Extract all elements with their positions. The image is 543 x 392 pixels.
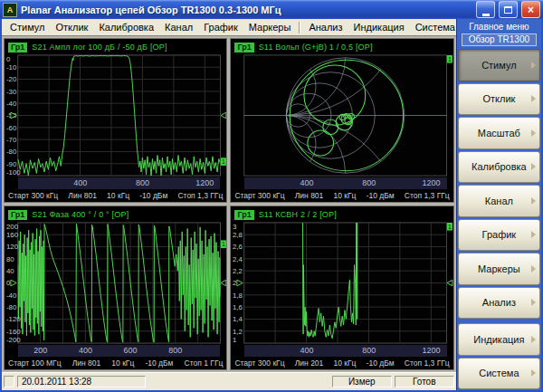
chart-s21-phase[interactable]: Гр1S21 Фаза 400 ° / 0 ° [ОР]200160120804… — [4, 206, 227, 370]
footer-item: Лин 801 — [72, 359, 101, 368]
status-bar: 20.01.2011 13:28 Измер Готов — [2, 372, 456, 390]
chart-header: Гр1S21 Фаза 400 ° / 0 ° [ОР] — [5, 206, 226, 221]
svg-text:-40: -40 — [6, 292, 16, 300]
svg-text:0: 0 — [6, 279, 10, 287]
stimulus-footer: Старт 300 кГцЛин 80110 кГц-10 дБмСтоп 1,… — [5, 189, 226, 202]
softkey-label: Маркеры — [478, 263, 520, 274]
softkey-калибровка[interactable]: Калибровка — [458, 151, 540, 184]
softkey-label: Индикация — [473, 334, 524, 345]
softkey-маркеры[interactable]: Маркеры — [458, 253, 540, 285]
trace-badge: Гр1 — [234, 210, 253, 220]
x-tick-label: 400 — [300, 178, 314, 187]
trace-badge: Гр1 — [8, 43, 27, 53]
x-tick-label: 800 — [168, 346, 182, 355]
svg-text:1: 1 — [233, 336, 236, 344]
chart-grid: Гр1S21 Ампл лог 100 дБ / -50 дБ [ОР]0-10… — [2, 35, 456, 372]
chart-s11-smith[interactable]: Гр1S11 Вольп (G+jB) 1 / 0,5 [ОР]14008001… — [230, 38, 453, 203]
footer-item: -10 дБм — [367, 359, 395, 368]
svg-text:3: 3 — [233, 223, 236, 231]
softkey-канал[interactable]: Канал — [458, 185, 540, 217]
menu-item-отклик[interactable]: Отклик — [51, 21, 94, 33]
footer-item: 10 кГц — [107, 191, 129, 200]
svg-text:2,8: 2,8 — [233, 231, 243, 239]
x-tick-label: 1200 — [423, 346, 441, 355]
chevron-right-icon — [531, 95, 536, 102]
chevron-right-icon — [531, 369, 536, 377]
app-window: A Planar Анализатор цепей Обзор TR1300 0… — [0, 0, 543, 392]
ref-arrow-right — [447, 280, 452, 286]
svg-text:-80: -80 — [6, 303, 16, 311]
chart-title: S11 Вольп (G+jB) 1 / 0,5 [ОР] — [259, 43, 373, 52]
stimulus-footer: Старт 300 кГцЛин 80110 кГц-10 дБмСтоп 1,… — [231, 189, 452, 202]
softkey-sidebar: Главное меню Обзор TR1300 СтимулОткликМа… — [456, 19, 541, 390]
svg-text:-70: -70 — [6, 136, 16, 144]
ref-arrow-left — [11, 280, 16, 286]
svg-text:0: 0 — [6, 55, 10, 63]
close-icon: × — [528, 4, 534, 16]
trace-marker-1: 1 — [447, 223, 452, 231]
menu-item-калибровка[interactable]: Калибровка — [93, 21, 159, 33]
svg-text:-90: -90 — [6, 160, 16, 168]
softkey-label: Калибровка — [472, 161, 527, 172]
menu-item-индикация[interactable]: Индикация — [348, 21, 410, 33]
svg-text:2,2: 2,2 — [233, 267, 243, 275]
menu-item-маркеры[interactable]: Маркеры — [243, 21, 297, 33]
menu-item-анализ[interactable]: Анализ — [303, 21, 348, 33]
app-icon: A — [3, 3, 17, 17]
footer-item: Лин 201 — [295, 359, 324, 368]
x-tick-label: 800 — [136, 178, 149, 187]
softkey-масштаб[interactable]: Масштаб — [458, 117, 540, 149]
svg-text:-100: -100 — [6, 168, 21, 177]
plot-area: 1 — [231, 53, 452, 177]
svg-text:120: 120 — [6, 244, 18, 252]
ref-arrow-right — [221, 112, 226, 119]
svg-text:1,4: 1,4 — [233, 315, 243, 323]
menu-item-стимул[interactable]: Стимул — [5, 21, 51, 33]
softkey-стимул[interactable]: Стимул — [458, 49, 540, 81]
svg-text:-20: -20 — [6, 76, 16, 84]
chart-title: S11 КСВН 2 / 2 [ОР] — [259, 210, 337, 219]
svg-text:80: 80 — [6, 255, 14, 263]
x-tick-label: 400 — [79, 346, 92, 355]
x-tick-label: 400 — [73, 178, 87, 187]
footer-item: Старт 300 кГц — [234, 359, 284, 368]
menu-item-система[interactable]: Система — [410, 21, 461, 33]
chart-title: S21 Ампл лог 100 дБ / -50 дБ [ОР] — [32, 43, 167, 52]
footer-item: 10 кГц — [111, 359, 134, 368]
menu-item-канал[interactable]: Канал — [159, 21, 198, 33]
maximize-icon — [504, 6, 512, 14]
stimulus-footer: Старт 100 МГцЛин 80110 кГц-10 дБмСтоп 1 … — [5, 357, 226, 369]
minimize-button[interactable] — [476, 1, 495, 18]
chart-s11-swr[interactable]: Гр1S11 КСВН 2 / 2 [ОР]32,82,62,42,221,81… — [230, 206, 453, 370]
softkey-отклик[interactable]: Отклик — [458, 83, 540, 116]
maximize-button[interactable] — [499, 1, 518, 18]
plot-area: 32,82,62,42,221,81,61,41,211 — [231, 221, 452, 345]
menu-item-график[interactable]: График — [198, 21, 243, 33]
softkey-система[interactable]: Система — [458, 358, 540, 390]
softkey-анализ[interactable]: Анализ — [458, 287, 540, 320]
chart-s21-ampl[interactable]: Гр1S21 Ампл лог 100 дБ / -50 дБ [ОР]0-10… — [4, 38, 227, 203]
chevron-right-icon — [531, 336, 536, 343]
chevron-right-icon — [531, 299, 536, 306]
close-button[interactable]: × — [521, 1, 540, 18]
x-tick-label: 200 — [33, 346, 47, 355]
svg-text:1: 1 — [448, 224, 452, 230]
chart-header: Гр1S11 КСВН 2 / 2 [ОР] — [231, 206, 452, 221]
sidebar-header: Главное меню — [457, 19, 541, 32]
footer-item: Старт 100 МГц — [8, 359, 62, 368]
softkey-график[interactable]: График — [458, 219, 540, 252]
sidebar-subheader[interactable]: Обзор TR1300 — [462, 33, 537, 46]
svg-text:1: 1 — [222, 241, 225, 247]
title-bar[interactable]: A Planar Анализатор цепей Обзор TR1300 0… — [0, 0, 543, 19]
softkey-индикация[interactable]: Индикация — [458, 323, 540, 356]
chevron-right-icon — [531, 197, 536, 205]
footer-item: Лин 801 — [68, 191, 97, 200]
svg-text:40: 40 — [6, 267, 14, 275]
footer-item: Стоп 1,3 ГГц — [405, 191, 450, 200]
svg-text:-40: -40 — [6, 100, 16, 108]
plot-area: 20016012080400-40-80-120-160-2001 — [5, 221, 226, 345]
chart-header: Гр1S11 Вольп (G+jB) 1 / 0,5 [ОР] — [231, 39, 452, 53]
trace-marker-1: 1 — [447, 55, 452, 63]
chevron-right-icon — [531, 163, 536, 170]
svg-text:1: 1 — [222, 158, 225, 165]
